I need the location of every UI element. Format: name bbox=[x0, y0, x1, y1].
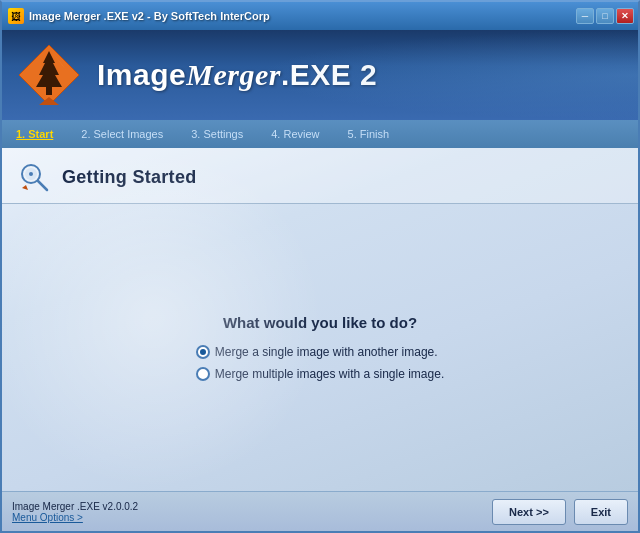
window-controls: ─ □ ✕ bbox=[576, 8, 634, 24]
next-button[interactable]: Next >> bbox=[492, 499, 566, 525]
app-icon: 🖼 bbox=[8, 8, 24, 24]
title-exe: .EXE 2 bbox=[281, 58, 377, 91]
svg-line-7 bbox=[38, 181, 47, 190]
radio-group: Merge a single image with another image.… bbox=[196, 345, 444, 381]
wizard-nav: 1. Start 2. Select Images 3. Settings 4.… bbox=[2, 120, 638, 148]
status-left: Image Merger .EXE v2.0.0.2 Menu Options … bbox=[12, 501, 138, 523]
svg-marker-9 bbox=[22, 185, 28, 190]
radio-option-single[interactable]: Merge a single image with another image. bbox=[196, 345, 444, 359]
window-title: Image Merger .EXE v2 - By SoftTech Inter… bbox=[29, 10, 270, 22]
main-window: 🖼 Image Merger .EXE v2 - By SoftTech Int… bbox=[0, 0, 640, 533]
wizard-step-settings[interactable]: 3. Settings bbox=[187, 126, 247, 142]
wizard-step-select[interactable]: 2. Select Images bbox=[77, 126, 167, 142]
svg-rect-2 bbox=[46, 87, 52, 95]
getting-started-icon bbox=[17, 160, 52, 195]
status-buttons: Next >> Exit bbox=[492, 499, 628, 525]
logo-container: ImageMerger.EXE 2 bbox=[17, 43, 377, 108]
main-content: Getting Started What would you like to d… bbox=[2, 148, 638, 491]
section-title: Getting Started bbox=[62, 167, 197, 188]
question-text: What would you like to do? bbox=[223, 314, 417, 331]
radio-circle-multiple bbox=[196, 367, 210, 381]
title-image: Image bbox=[97, 58, 186, 91]
wizard-step-review[interactable]: 4. Review bbox=[267, 126, 323, 142]
wizard-step-finish[interactable]: 5. Finish bbox=[344, 126, 394, 142]
content-body: What would you like to do? Merge a singl… bbox=[2, 204, 638, 491]
svg-point-8 bbox=[29, 172, 33, 176]
minimize-button[interactable]: ─ bbox=[576, 8, 594, 24]
title-merger: Merger bbox=[186, 58, 281, 91]
logo-icon bbox=[17, 43, 82, 108]
exit-button[interactable]: Exit bbox=[574, 499, 628, 525]
radio-option-multiple[interactable]: Merge multiple images with a single imag… bbox=[196, 367, 444, 381]
app-title-text: ImageMerger.EXE 2 bbox=[97, 60, 377, 90]
radio-label-single: Merge a single image with another image. bbox=[215, 345, 438, 359]
menu-options-link[interactable]: Menu Options > bbox=[12, 512, 138, 523]
radio-label-multiple: Merge multiple images with a single imag… bbox=[215, 367, 444, 381]
version-text: Image Merger .EXE v2.0.0.2 bbox=[12, 501, 138, 512]
section-header: Getting Started bbox=[2, 148, 638, 204]
status-bar: Image Merger .EXE v2.0.0.2 Menu Options … bbox=[2, 491, 638, 531]
app-header: ImageMerger.EXE 2 bbox=[2, 30, 638, 120]
app-title: ImageMerger.EXE 2 bbox=[97, 60, 377, 90]
radio-circle-single bbox=[196, 345, 210, 359]
close-button[interactable]: ✕ bbox=[616, 8, 634, 24]
maximize-button[interactable]: □ bbox=[596, 8, 614, 24]
wizard-step-start[interactable]: 1. Start bbox=[12, 126, 57, 142]
title-bar-left: 🖼 Image Merger .EXE v2 - By SoftTech Int… bbox=[8, 8, 270, 24]
title-bar: 🖼 Image Merger .EXE v2 - By SoftTech Int… bbox=[2, 2, 638, 30]
